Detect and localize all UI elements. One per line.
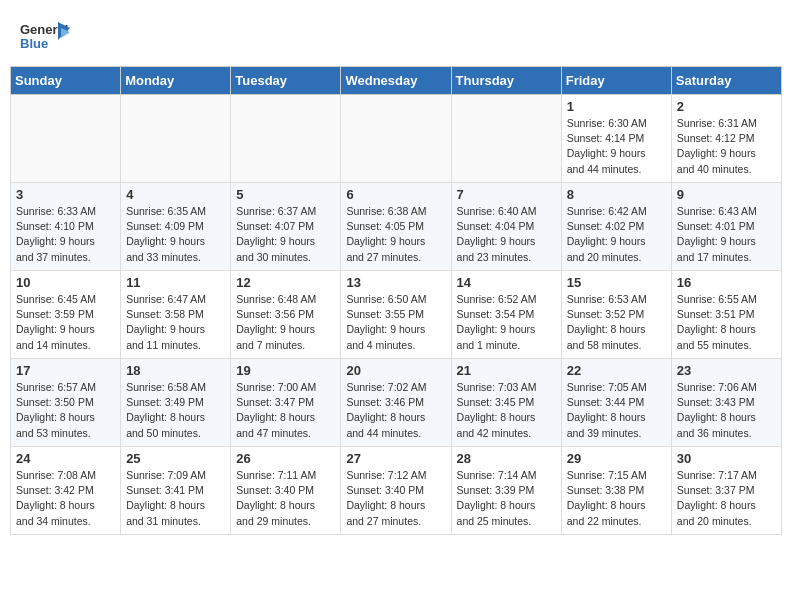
calendar-cell xyxy=(451,95,561,183)
weekday-header-thursday: Thursday xyxy=(451,67,561,95)
calendar-cell: 19Sunrise: 7:00 AM Sunset: 3:47 PM Dayli… xyxy=(231,359,341,447)
day-info: Sunrise: 6:40 AM Sunset: 4:04 PM Dayligh… xyxy=(457,204,556,265)
day-info: Sunrise: 6:42 AM Sunset: 4:02 PM Dayligh… xyxy=(567,204,666,265)
calendar-header: SundayMondayTuesdayWednesdayThursdayFrid… xyxy=(11,67,782,95)
calendar-cell: 26Sunrise: 7:11 AM Sunset: 3:40 PM Dayli… xyxy=(231,447,341,535)
day-number: 11 xyxy=(126,275,225,290)
day-number: 19 xyxy=(236,363,335,378)
day-info: Sunrise: 6:30 AM Sunset: 4:14 PM Dayligh… xyxy=(567,116,666,177)
day-number: 30 xyxy=(677,451,776,466)
calendar-cell xyxy=(341,95,451,183)
day-number: 16 xyxy=(677,275,776,290)
day-info: Sunrise: 7:15 AM Sunset: 3:38 PM Dayligh… xyxy=(567,468,666,529)
day-number: 25 xyxy=(126,451,225,466)
day-number: 14 xyxy=(457,275,556,290)
day-number: 15 xyxy=(567,275,666,290)
day-info: Sunrise: 6:55 AM Sunset: 3:51 PM Dayligh… xyxy=(677,292,776,353)
day-number: 27 xyxy=(346,451,445,466)
day-number: 4 xyxy=(126,187,225,202)
calendar-cell: 5Sunrise: 6:37 AM Sunset: 4:07 PM Daylig… xyxy=(231,183,341,271)
calendar-cell: 8Sunrise: 6:42 AM Sunset: 4:02 PM Daylig… xyxy=(561,183,671,271)
day-number: 2 xyxy=(677,99,776,114)
weekday-header-wednesday: Wednesday xyxy=(341,67,451,95)
day-info: Sunrise: 6:43 AM Sunset: 4:01 PM Dayligh… xyxy=(677,204,776,265)
day-number: 29 xyxy=(567,451,666,466)
calendar-week-1: 1Sunrise: 6:30 AM Sunset: 4:14 PM Daylig… xyxy=(11,95,782,183)
calendar-wrapper: SundayMondayTuesdayWednesdayThursdayFrid… xyxy=(0,66,792,545)
weekday-header-friday: Friday xyxy=(561,67,671,95)
svg-text:Blue: Blue xyxy=(20,36,48,51)
calendar-cell xyxy=(231,95,341,183)
day-number: 23 xyxy=(677,363,776,378)
day-info: Sunrise: 6:52 AM Sunset: 3:54 PM Dayligh… xyxy=(457,292,556,353)
day-info: Sunrise: 6:50 AM Sunset: 3:55 PM Dayligh… xyxy=(346,292,445,353)
day-info: Sunrise: 7:12 AM Sunset: 3:40 PM Dayligh… xyxy=(346,468,445,529)
calendar-cell: 9Sunrise: 6:43 AM Sunset: 4:01 PM Daylig… xyxy=(671,183,781,271)
day-info: Sunrise: 6:37 AM Sunset: 4:07 PM Dayligh… xyxy=(236,204,335,265)
calendar-cell: 3Sunrise: 6:33 AM Sunset: 4:10 PM Daylig… xyxy=(11,183,121,271)
calendar-cell: 10Sunrise: 6:45 AM Sunset: 3:59 PM Dayli… xyxy=(11,271,121,359)
calendar-cell: 4Sunrise: 6:35 AM Sunset: 4:09 PM Daylig… xyxy=(121,183,231,271)
calendar-week-4: 17Sunrise: 6:57 AM Sunset: 3:50 PM Dayli… xyxy=(11,359,782,447)
calendar-cell: 16Sunrise: 6:55 AM Sunset: 3:51 PM Dayli… xyxy=(671,271,781,359)
day-info: Sunrise: 6:31 AM Sunset: 4:12 PM Dayligh… xyxy=(677,116,776,177)
day-info: Sunrise: 6:48 AM Sunset: 3:56 PM Dayligh… xyxy=(236,292,335,353)
calendar-week-3: 10Sunrise: 6:45 AM Sunset: 3:59 PM Dayli… xyxy=(11,271,782,359)
logo: GeneralBlue xyxy=(20,18,70,58)
day-info: Sunrise: 6:58 AM Sunset: 3:49 PM Dayligh… xyxy=(126,380,225,441)
day-info: Sunrise: 7:14 AM Sunset: 3:39 PM Dayligh… xyxy=(457,468,556,529)
day-number: 26 xyxy=(236,451,335,466)
day-info: Sunrise: 7:09 AM Sunset: 3:41 PM Dayligh… xyxy=(126,468,225,529)
calendar-cell: 17Sunrise: 6:57 AM Sunset: 3:50 PM Dayli… xyxy=(11,359,121,447)
day-number: 8 xyxy=(567,187,666,202)
calendar-cell: 14Sunrise: 6:52 AM Sunset: 3:54 PM Dayli… xyxy=(451,271,561,359)
day-info: Sunrise: 7:11 AM Sunset: 3:40 PM Dayligh… xyxy=(236,468,335,529)
day-info: Sunrise: 7:06 AM Sunset: 3:43 PM Dayligh… xyxy=(677,380,776,441)
day-info: Sunrise: 7:17 AM Sunset: 3:37 PM Dayligh… xyxy=(677,468,776,529)
day-info: Sunrise: 6:38 AM Sunset: 4:05 PM Dayligh… xyxy=(346,204,445,265)
weekday-header-saturday: Saturday xyxy=(671,67,781,95)
calendar-week-2: 3Sunrise: 6:33 AM Sunset: 4:10 PM Daylig… xyxy=(11,183,782,271)
day-info: Sunrise: 6:33 AM Sunset: 4:10 PM Dayligh… xyxy=(16,204,115,265)
calendar-cell: 30Sunrise: 7:17 AM Sunset: 3:37 PM Dayli… xyxy=(671,447,781,535)
day-number: 9 xyxy=(677,187,776,202)
day-number: 10 xyxy=(16,275,115,290)
day-number: 24 xyxy=(16,451,115,466)
calendar-week-5: 24Sunrise: 7:08 AM Sunset: 3:42 PM Dayli… xyxy=(11,447,782,535)
day-number: 5 xyxy=(236,187,335,202)
calendar-cell: 6Sunrise: 6:38 AM Sunset: 4:05 PM Daylig… xyxy=(341,183,451,271)
day-number: 12 xyxy=(236,275,335,290)
day-number: 7 xyxy=(457,187,556,202)
calendar-cell: 28Sunrise: 7:14 AM Sunset: 3:39 PM Dayli… xyxy=(451,447,561,535)
day-info: Sunrise: 6:57 AM Sunset: 3:50 PM Dayligh… xyxy=(16,380,115,441)
day-number: 22 xyxy=(567,363,666,378)
calendar-cell: 22Sunrise: 7:05 AM Sunset: 3:44 PM Dayli… xyxy=(561,359,671,447)
calendar-cell: 13Sunrise: 6:50 AM Sunset: 3:55 PM Dayli… xyxy=(341,271,451,359)
day-info: Sunrise: 7:02 AM Sunset: 3:46 PM Dayligh… xyxy=(346,380,445,441)
day-number: 1 xyxy=(567,99,666,114)
day-number: 21 xyxy=(457,363,556,378)
day-number: 28 xyxy=(457,451,556,466)
calendar-body: 1Sunrise: 6:30 AM Sunset: 4:14 PM Daylig… xyxy=(11,95,782,535)
calendar-cell: 11Sunrise: 6:47 AM Sunset: 3:58 PM Dayli… xyxy=(121,271,231,359)
day-info: Sunrise: 7:03 AM Sunset: 3:45 PM Dayligh… xyxy=(457,380,556,441)
day-info: Sunrise: 7:08 AM Sunset: 3:42 PM Dayligh… xyxy=(16,468,115,529)
calendar-table: SundayMondayTuesdayWednesdayThursdayFrid… xyxy=(10,66,782,535)
day-number: 20 xyxy=(346,363,445,378)
calendar-cell xyxy=(11,95,121,183)
calendar-cell: 21Sunrise: 7:03 AM Sunset: 3:45 PM Dayli… xyxy=(451,359,561,447)
day-info: Sunrise: 6:45 AM Sunset: 3:59 PM Dayligh… xyxy=(16,292,115,353)
day-info: Sunrise: 7:00 AM Sunset: 3:47 PM Dayligh… xyxy=(236,380,335,441)
day-info: Sunrise: 6:35 AM Sunset: 4:09 PM Dayligh… xyxy=(126,204,225,265)
calendar-cell: 20Sunrise: 7:02 AM Sunset: 3:46 PM Dayli… xyxy=(341,359,451,447)
day-info: Sunrise: 6:47 AM Sunset: 3:58 PM Dayligh… xyxy=(126,292,225,353)
weekday-row: SundayMondayTuesdayWednesdayThursdayFrid… xyxy=(11,67,782,95)
page-header: GeneralBlue xyxy=(0,0,792,66)
calendar-cell: 29Sunrise: 7:15 AM Sunset: 3:38 PM Dayli… xyxy=(561,447,671,535)
calendar-cell: 24Sunrise: 7:08 AM Sunset: 3:42 PM Dayli… xyxy=(11,447,121,535)
day-number: 18 xyxy=(126,363,225,378)
calendar-cell: 12Sunrise: 6:48 AM Sunset: 3:56 PM Dayli… xyxy=(231,271,341,359)
day-info: Sunrise: 6:53 AM Sunset: 3:52 PM Dayligh… xyxy=(567,292,666,353)
calendar-cell: 2Sunrise: 6:31 AM Sunset: 4:12 PM Daylig… xyxy=(671,95,781,183)
calendar-cell: 7Sunrise: 6:40 AM Sunset: 4:04 PM Daylig… xyxy=(451,183,561,271)
